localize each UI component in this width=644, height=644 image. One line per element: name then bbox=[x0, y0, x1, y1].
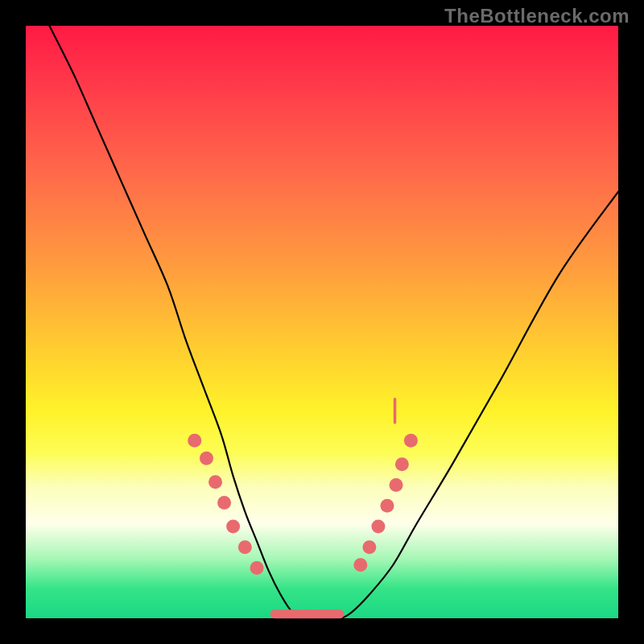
marker-dot-right bbox=[395, 457, 409, 471]
marker-dot-left bbox=[208, 475, 222, 489]
plot-svg bbox=[26, 26, 618, 618]
marker-dot-left bbox=[238, 540, 252, 554]
marker-dot-right bbox=[404, 434, 418, 448]
marker-dot-right bbox=[362, 540, 376, 554]
marker-dot-left bbox=[250, 561, 264, 575]
curve-group bbox=[49, 26, 618, 619]
marker-dot-right bbox=[380, 499, 394, 513]
marker-dot-left bbox=[226, 519, 240, 533]
marker-dot-left bbox=[188, 434, 201, 448]
marker-dot-left bbox=[200, 452, 213, 465]
plot-area bbox=[26, 26, 618, 618]
marker-dot-right bbox=[353, 558, 367, 572]
marker-dot-left bbox=[217, 496, 231, 510]
markers-group bbox=[188, 434, 418, 575]
bottleneck-curve bbox=[49, 26, 618, 619]
chart-frame: TheBottleneck.com bbox=[0, 0, 644, 644]
watermark-text: TheBottleneck.com bbox=[444, 5, 630, 27]
marker-dot-right bbox=[390, 478, 403, 492]
marker-dot-right bbox=[371, 519, 385, 533]
